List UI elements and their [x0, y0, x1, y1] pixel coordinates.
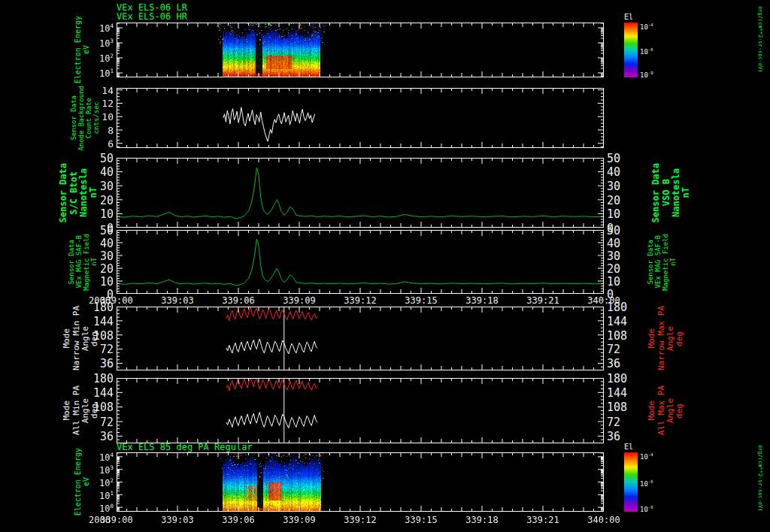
ylabel-line: Sensor Data [59, 163, 68, 222]
y-tick-label: 8 [77, 125, 114, 136]
y-tick-label: 30 [77, 249, 114, 263]
y-tick-label: 103 [77, 38, 114, 49]
x-tick-label: 339:12 [336, 515, 384, 525]
y-tick-label: 108 [607, 329, 643, 343]
panel-all-pa-angle [117, 378, 604, 443]
x-tick-label: 339:15 [397, 515, 445, 525]
ylabel-right-narrow-max-pa: ModeNarrow Max PAAngledeg [647, 307, 686, 370]
y-tick-label: 104 [77, 23, 114, 34]
ylabel-line: Mode [62, 401, 71, 421]
y-tick-label: 14 [77, 85, 114, 96]
y-tick-label: 50 [607, 224, 643, 237]
panel-narrow-pa-angle [117, 307, 604, 370]
y-tick-label: 144 [607, 315, 643, 328]
ylabel-line: Sensor Data [647, 240, 654, 285]
y-tick-label: 36 [77, 357, 114, 370]
y-tick-label: 12 [77, 98, 114, 109]
colorbar-top [624, 23, 638, 77]
y-tick-label: 180 [77, 301, 114, 314]
ylabel-line: Magnetic Field [662, 234, 669, 291]
x-tick-label: 339:21 [519, 515, 567, 525]
colorbar-tick-label: 10-6 [640, 479, 667, 488]
y-tick-label: 102 [77, 477, 114, 488]
y-tick-label: 20 [607, 262, 643, 276]
axes-frame [117, 307, 604, 370]
y-tick-label: 50 [607, 152, 643, 165]
y-tick-label: 20 [77, 194, 114, 207]
time-axis-lower: 2006339:00339:03339:06339:09339:12339:15… [0, 515, 770, 525]
y-tick-label: 0 [607, 288, 643, 301]
y-tick-label: 40 [77, 165, 114, 179]
y-tick-label: 36 [77, 430, 114, 443]
colorbar-tick-label: 10-9 [640, 505, 667, 513]
y-tick-label: 6 [77, 138, 114, 150]
y-tick-label: 72 [77, 343, 114, 356]
axes-frame [117, 88, 604, 148]
y-tick-label: 30 [607, 249, 643, 263]
y-tick-label: 180 [77, 372, 114, 385]
x-tick-label: 340:00 [580, 515, 628, 525]
y-tick-label: 40 [607, 237, 643, 250]
ylabel-line: nT [669, 258, 677, 266]
colorbar-bottom-header: El [624, 443, 633, 451]
y-tick-label: 100 [77, 503, 114, 514]
axes-frame [117, 158, 604, 228]
ylabel-right-mag-saf-b: Sensor DataVEx MAG SAF-BMagnetic FieldnT [645, 230, 678, 294]
y-tick-label: 36 [607, 430, 643, 443]
y-tick-label: 20 [77, 262, 114, 276]
x-tick-label: 339:09 [275, 295, 323, 306]
y-tick-label: 40 [607, 165, 643, 179]
ylabel-line: VEx MAG SAF-B [654, 235, 662, 288]
time-axis-upper: 2006339:00339:03339:06339:09339:12339:15… [0, 295, 770, 306]
ylabel-line: Mode [62, 328, 71, 349]
x-tick-label: 339:03 [153, 515, 202, 525]
ylabel-line: Nanotesla [671, 168, 681, 217]
ylabel-line: Mode [647, 328, 656, 349]
y-tick-label: 72 [77, 416, 114, 429]
colorbar-gradient [624, 23, 638, 77]
panel-sc-btot [117, 158, 604, 228]
y-tick-label: 30 [77, 180, 114, 193]
y-tick-label: 36 [607, 357, 643, 370]
x-tick-label: 339:15 [397, 295, 445, 306]
y-tick-label: 10 [77, 275, 114, 289]
colorbar-gradient [624, 452, 638, 512]
y-tick-label: 20 [607, 194, 643, 207]
y-tick-label: 40 [77, 237, 114, 250]
y-tick-label: 10 [77, 207, 114, 221]
axes-frame [117, 230, 604, 294]
y-tick-label: 103 [77, 464, 114, 476]
ylabel-line: deg [675, 331, 684, 346]
x-tick-label: 339:06 [214, 295, 262, 306]
y-tick-label: 30 [607, 180, 643, 193]
panel-mag-saf-b [117, 230, 604, 294]
plot-title-line2: VEx ELS-06 HR [117, 11, 187, 22]
y-tick-label: 72 [607, 343, 643, 356]
y-tick-label: 72 [607, 416, 643, 429]
ylabel-line: deg [675, 404, 684, 419]
ylabel-line: Sensor Data [70, 95, 77, 141]
axes-frame [117, 452, 604, 512]
ylabel-line: Mode [647, 401, 656, 421]
ylabel-line: Narrow Max PA [657, 306, 666, 370]
panel-electron-spectrogram-top [117, 23, 604, 77]
flux-unit-label-top: erg/(cm**2-sr-sec-eV) [757, 6, 763, 141]
axes-frame [117, 378, 604, 443]
x-tick-label: 339:18 [458, 295, 506, 306]
y-tick-label: 180 [607, 372, 643, 385]
y-tick-label: 144 [607, 386, 643, 400]
x-tick-label: 339:03 [153, 295, 202, 306]
ylabel-line: Sensor Data [68, 240, 75, 285]
colorbar-tick-label: 10-6 [640, 47, 667, 56]
panel-anode-count-rate [117, 88, 604, 148]
axes-frame [117, 23, 604, 77]
y-tick-label: 108 [607, 401, 643, 414]
y-tick-label: 144 [77, 386, 114, 400]
colorbar-tick-label: 10-4 [640, 452, 667, 461]
y-tick-label: 0 [77, 288, 114, 301]
ylabel-line: nT [681, 187, 691, 198]
y-tick-label: 10 [607, 275, 643, 289]
x-tick-label: 339:00 [92, 515, 141, 525]
x-tick-label: 339:09 [275, 515, 323, 525]
colorbar-tick-label: 10-4 [640, 23, 667, 31]
